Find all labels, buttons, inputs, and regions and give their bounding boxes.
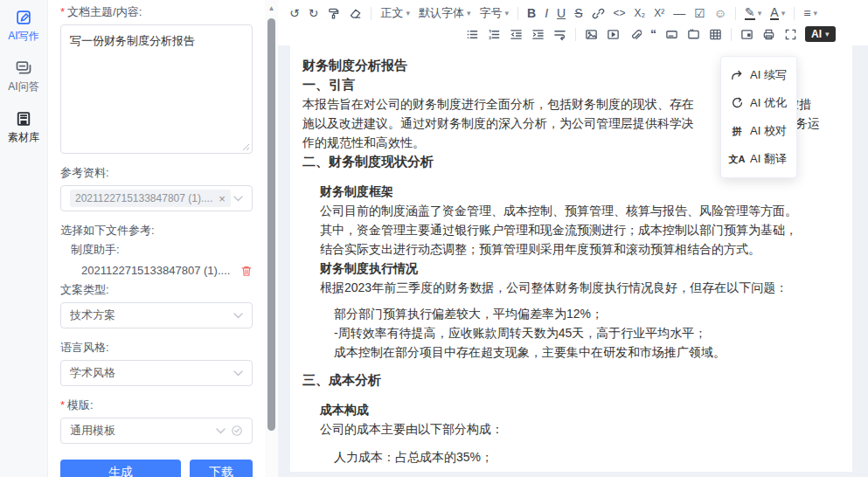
horizontal-rule-icon: — — [673, 7, 685, 19]
chevron-down-icon: ▾ — [781, 9, 786, 17]
video-icon — [607, 28, 620, 41]
horizontal-rule-button[interactable]: — — [669, 3, 690, 23]
bullet-list-button[interactable] — [462, 24, 483, 44]
rail-item-library[interactable]: 素材库 — [8, 110, 39, 145]
callout-button[interactable] — [683, 24, 705, 44]
textarea-resize-handle[interactable] — [242, 143, 250, 151]
undo-button[interactable]: ↺ — [285, 3, 304, 23]
panel-layout-icon — [740, 28, 753, 41]
trash-icon[interactable] — [240, 265, 253, 277]
font-color-icon: A — [770, 6, 778, 20]
chevron-down-icon: ▾ — [467, 9, 471, 17]
ordered-list-icon — [488, 28, 501, 41]
doc-text: 施以及改进建议。通过对财务制度的深入分析，为公司管理层提供科学决 — [302, 116, 694, 130]
tag-close-icon[interactable]: × — [219, 193, 226, 204]
paragraph-style-select[interactable]: 正文▾ — [376, 3, 414, 23]
rail-item-ai-qa[interactable]: AI问答 — [8, 59, 38, 94]
align-button[interactable]: ≡▾ — [799, 3, 822, 23]
doc-paragraph-line: 公司目前的制度涵盖了资金管理、成本控制、预算管理、核算与报告、风险管理等方面。 — [320, 201, 840, 220]
menu-item-ai-proofread[interactable]: 拼 AI 校对 — [721, 117, 796, 145]
toolbar-row-2: “ AI▾ — [462, 24, 861, 45]
text-box-button[interactable] — [661, 24, 683, 44]
insert-video-button[interactable] — [602, 24, 624, 44]
chevron-down-icon: ▾ — [406, 9, 410, 17]
topic-label: *文档主题/内容: — [60, 5, 253, 19]
reference-select[interactable]: 2021122715133847807 (1).... × — [60, 185, 253, 211]
eraser-button[interactable] — [344, 3, 366, 23]
font-family-select[interactable]: 默认字体▾ — [414, 3, 476, 23]
file-group-label: 制度助手: — [71, 243, 253, 257]
editor-toolbar: ↺ ↻ 正文▾ 默认字体▾ 字号▾ B I U S <> X₂ X² — ☑ ☺… — [278, 0, 868, 45]
italic-button[interactable]: I — [540, 3, 552, 23]
print-icon — [762, 28, 775, 41]
menu-item-label: AI 校对 — [750, 123, 787, 139]
chevron-down-icon: ▾ — [813, 9, 817, 17]
generate-button[interactable]: 生成 — [60, 460, 181, 477]
panel-layout-button[interactable] — [736, 24, 758, 44]
checkbox-button[interactable]: ☑ — [690, 3, 710, 23]
strikethrough-icon: S — [574, 7, 582, 19]
subscript-button[interactable]: X₂ — [630, 3, 650, 23]
attachment-button[interactable] — [624, 24, 646, 44]
menu-item-ai-optimize[interactable]: AI 优化 — [721, 89, 796, 117]
toolbar-row-1: ↺ ↻ 正文▾ 默认字体▾ 字号▾ B I U S <> X₂ X² — ☑ ☺… — [285, 3, 861, 24]
circle-check-icon[interactable] — [231, 425, 243, 437]
underline-button[interactable]: U — [552, 3, 570, 23]
insert-image-button[interactable] — [580, 24, 602, 44]
menu-item-ai-translate[interactable]: 文A AI 翻译 — [721, 145, 796, 173]
chevron-down-icon — [233, 370, 243, 377]
ai-optimize-icon — [730, 97, 744, 109]
print-button[interactable] — [758, 24, 780, 44]
superscript-button[interactable]: X² — [649, 3, 669, 23]
blockquote-icon: “ — [650, 28, 656, 40]
scroll-up-arrow[interactable]: ▲ — [268, 4, 275, 12]
scrollbar-thumb[interactable] — [267, 18, 275, 431]
topic-textarea[interactable]: 写一份财务制度分析报告 — [60, 24, 253, 154]
download-button[interactable]: 下载 — [190, 460, 253, 477]
doc-list-item: -周转效率有待提高，应收账款周转天数为45天，高于行业平均水平； — [334, 323, 840, 342]
redo-button[interactable]: ↻ — [304, 3, 323, 23]
link-button[interactable] — [587, 3, 609, 23]
underline-icon: U — [557, 7, 566, 19]
doc-paragraph-line: 根据2023年前三季度的财务数据，公司整体财务制度执行情况良好，但存在以下问题： — [320, 278, 840, 297]
code-button[interactable]: <> — [609, 3, 630, 23]
format-painter-button[interactable] — [323, 3, 344, 23]
ai-menu-button[interactable]: AI▾ — [805, 26, 836, 42]
italic-icon: I — [545, 7, 548, 19]
doc-list-item: 成本控制在部分项目中存在超支现象，主要集中在研发和市场推广领域。 — [334, 342, 840, 362]
menu-item-ai-continue[interactable]: AI 续写 — [721, 61, 796, 89]
font-size-select[interactable]: 字号▾ — [476, 3, 514, 23]
undo-icon: ↺ — [289, 7, 300, 19]
fullscreen-button[interactable] — [780, 24, 802, 44]
doc-type-select[interactable]: 技术方案 — [60, 302, 253, 328]
outdent-button[interactable] — [505, 24, 527, 44]
align-icon: ≡ — [803, 7, 810, 19]
table-icon — [709, 28, 722, 41]
ai-translate-icon: 文A — [730, 153, 744, 166]
ordered-list-button[interactable] — [483, 24, 505, 44]
rail-item-ai-write[interactable]: AI写作 — [8, 9, 38, 44]
reference-label: 参考资料: — [60, 166, 253, 180]
menu-item-label: AI 优化 — [750, 95, 787, 111]
ai-dropdown-menu: AI 续写 AI 优化 拼 AI 校对 文A AI 翻译 — [720, 56, 797, 178]
style-select[interactable]: 学术风格 — [60, 360, 253, 386]
chevron-down-icon — [233, 196, 243, 202]
callout-icon — [687, 28, 700, 41]
insert-table-button[interactable] — [705, 24, 726, 44]
fullscreen-icon — [784, 28, 797, 41]
doc-heading-cost: 三、成本分析 — [302, 370, 840, 390]
emoji-button[interactable]: ☺ — [710, 3, 731, 23]
doc-text: 本报告旨在对公司的财务制度进行全面分析，包括财务制度的现状、存在 — [302, 97, 694, 111]
indent-button[interactable] — [527, 24, 549, 44]
highlight-pen-icon: ✎ — [745, 6, 755, 20]
strikethrough-button[interactable]: S — [570, 3, 587, 23]
library-icon — [15, 110, 32, 128]
highlight-color-button[interactable]: ✎▾ — [740, 3, 766, 23]
blockquote-button[interactable]: “ — [646, 24, 661, 44]
font-color-button[interactable]: A▾ — [766, 3, 789, 23]
template-select[interactable]: 通用模板 — [60, 418, 253, 444]
doc-type-label: 文案类型: — [60, 283, 253, 297]
menu-item-label: AI 续写 — [750, 67, 787, 83]
line-wrap-button[interactable] — [549, 24, 571, 44]
bold-button[interactable]: B — [523, 3, 540, 23]
